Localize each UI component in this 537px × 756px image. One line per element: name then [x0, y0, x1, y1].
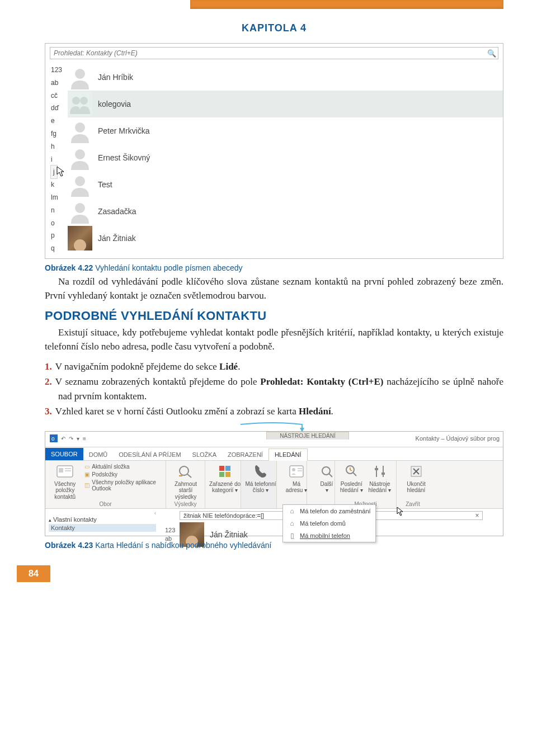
ribbon-tab[interactable]: SLOŽKA — [187, 449, 222, 460]
phone-dropdown-menu[interactable]: ⌂Má telefon do zaměstnání⌂Má telefon dom… — [282, 504, 376, 542]
qat-button[interactable]: ≡ — [83, 436, 86, 442]
person-avatar-icon — [68, 65, 92, 89]
dropdown-item[interactable]: ▯Má mobilní telefon — [283, 530, 375, 542]
letter-index-item[interactable]: h — [51, 140, 68, 153]
contact-name: Ján Žitniak — [98, 234, 136, 243]
cursor-icon — [397, 507, 404, 518]
alphabet-index[interactable]: 123abcčdďefghijklmnopq — [45, 62, 68, 258]
person-avatar-icon — [68, 172, 92, 197]
svg-rect-25 — [290, 466, 303, 477]
contact-item[interactable]: kolegovia — [68, 91, 503, 117]
ribbon-tab[interactable]: ZOBRAZENÍ — [222, 449, 268, 460]
include-older-results-button[interactable]: Zahrnout starší výsledky — [169, 463, 202, 500]
folder-icon: ▣ — [84, 471, 90, 478]
svg-point-10 — [75, 176, 85, 186]
letter-index-item[interactable]: 123 — [165, 526, 180, 535]
contact-item[interactable]: Ernest Šikovný — [68, 144, 503, 171]
letter-index-item[interactable]: p — [51, 229, 68, 242]
ribbon-tab[interactable]: ODESÍLÁNÍ A PŘÍJEM — [113, 449, 186, 460]
letter-index-item[interactable]: i — [51, 153, 68, 166]
scope-option[interactable]: ▭Aktuální složka — [83, 463, 162, 470]
contact-item[interactable]: Peter Mrkvička — [68, 117, 503, 144]
nav-item-kontakty[interactable]: Kontakty — [49, 524, 156, 532]
contacts-search-field[interactable]: 🔍 — [50, 47, 498, 59]
letter-index-item[interactable]: cč — [51, 89, 68, 102]
letter-index-item[interactable]: fg — [51, 127, 68, 140]
ribbon-group-label: Výsledky — [169, 501, 201, 507]
letter-index-item[interactable]: n — [51, 204, 68, 217]
list-item: 1.V navigačním podokně přejdeme do sekce… — [45, 360, 503, 374]
search-input[interactable] — [50, 48, 486, 58]
nav-section[interactable]: Vlastní kontakty — [53, 516, 97, 523]
letter-index-item[interactable]: o — [51, 217, 68, 230]
outlook-app-icon: o — [50, 434, 58, 443]
caption-4-22: Obrázek 4.22 Vyhledání kontaktu podle pí… — [45, 263, 503, 272]
categorized-button[interactable]: Zařazené dokategorií ▾ — [209, 463, 241, 494]
letter-index-item[interactable]: dď — [51, 102, 68, 115]
ribbon-tab[interactable]: HLEDÁNÍ — [268, 448, 308, 461]
contact-name: kolegovia — [98, 100, 131, 108]
letter-index-item[interactable]: ab — [51, 77, 68, 89]
page-number: 84 — [17, 565, 50, 582]
ribbon-group-label — [209, 501, 237, 507]
svg-line-30 — [329, 474, 332, 477]
svg-point-29 — [322, 467, 330, 475]
include-icon — [177, 463, 194, 480]
clear-search-icon[interactable]: × — [472, 512, 482, 519]
close-search-button[interactable]: Ukončithledání — [400, 463, 432, 494]
search-icon[interactable]: 🔍 — [486, 47, 498, 59]
ribbon-tab[interactable]: DOMŮ — [83, 449, 114, 460]
ribbon-body: Všechny položky kontaktů ▭Aktuální složk… — [45, 461, 503, 509]
scope-option[interactable]: ▣Podsložky — [83, 471, 162, 478]
ribbon-tabs[interactable]: SOUBORDOMŮODESÍLÁNÍ A PŘÍJEMSLOŽKAZOBRAZ… — [45, 447, 503, 461]
letter-index-item[interactable]: e — [51, 115, 68, 127]
contact-name: Test — [98, 180, 112, 189]
contact-item[interactable]: Ján Hríbik — [68, 64, 503, 91]
list-item: 3.Vzhled karet se v horní části Outlooku… — [45, 404, 503, 419]
figure-4-22: 🔍 123abcčdďefghijklmnopq Ján Hríbikkoleg… — [45, 43, 503, 259]
has-phone-button[interactable]: Má telefonníčíslo ▾ — [244, 463, 277, 494]
recent-searches-button[interactable]: Posledníhledání ▾ — [338, 463, 365, 494]
contact-item[interactable]: Test — [68, 171, 503, 198]
svg-rect-23 — [219, 472, 224, 477]
person-avatar-icon — [68, 119, 92, 143]
body-paragraph: Na rozdíl od vyhledávání podle klíčového… — [45, 275, 503, 303]
svg-point-26 — [292, 468, 295, 471]
svg-rect-21 — [219, 466, 224, 471]
section-heading: PODROBNÉ VYHLEDÁNÍ KONTAKTU — [45, 309, 503, 323]
contact-item[interactable]: Ján Žitniak — [68, 225, 503, 252]
qat-button[interactable]: ↷ — [69, 436, 73, 442]
scope-option[interactable]: ◫Všechny položky aplikace Outlook — [83, 479, 162, 492]
menu-item-icon: ▯ — [288, 532, 296, 540]
ribbon-titlebar: o↶↷▾≡ NÁSTROJE HLEDÁNÍ Kontakty – Údajov… — [45, 432, 503, 447]
letter-index-item[interactable]: lm — [51, 191, 68, 204]
chapter-label: KAPITOLA 4 — [45, 22, 503, 34]
recent-icon — [343, 463, 360, 480]
qat-button[interactable]: ▾ — [77, 436, 79, 442]
svg-point-1 — [75, 69, 85, 79]
letter-index-item[interactable]: 123 — [51, 64, 68, 77]
search-tools-button[interactable]: Nástrojehledání ▾ — [367, 463, 393, 494]
contact-item[interactable]: Zasadačka — [68, 198, 503, 225]
contact-name[interactable]: Ján Žitniak — [210, 530, 248, 539]
quick-access-toolbar[interactable]: o↶↷▾≡ — [45, 431, 91, 447]
svg-rect-16 — [59, 468, 63, 472]
dropdown-item[interactable]: ⌂Má telefon do zaměstnání — [283, 505, 375, 517]
categories-icon — [216, 463, 233, 480]
svg-point-6 — [75, 122, 85, 133]
svg-point-4 — [80, 97, 88, 105]
contact-name: Ján Hríbik — [98, 73, 133, 82]
tools-icon — [371, 463, 388, 480]
contact-name: Ernest Šikovný — [98, 153, 150, 162]
address-card-icon — [288, 463, 305, 480]
folder-icon: ◫ — [84, 482, 90, 488]
dropdown-item[interactable]: ⌂Má telefon domů — [283, 517, 375, 530]
menu-item-icon: ⌂ — [288, 519, 296, 527]
ribbon-tab[interactable]: SOUBOR — [45, 448, 83, 460]
qat-button[interactable]: ↶ — [61, 436, 65, 442]
svg-rect-34 — [381, 472, 385, 475]
letter-index-item[interactable]: q — [51, 242, 68, 255]
more-icon — [318, 463, 335, 480]
scope-all-contacts-button[interactable]: Všechny položky kontaktů — [49, 463, 81, 500]
nav-pane[interactable]: ‹ ▴ Vlastní kontakty Kontakty — [45, 509, 159, 536]
